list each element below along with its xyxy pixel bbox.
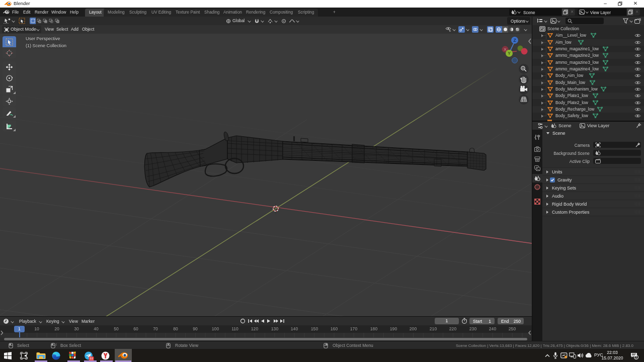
svg-text:Z: Z	[513, 38, 516, 43]
svg-text:53: 53	[90, 357, 93, 360]
svg-text:2: 2	[635, 355, 637, 359]
svg-text:Y: Y	[508, 51, 511, 56]
svg-text:X: X	[504, 47, 507, 52]
